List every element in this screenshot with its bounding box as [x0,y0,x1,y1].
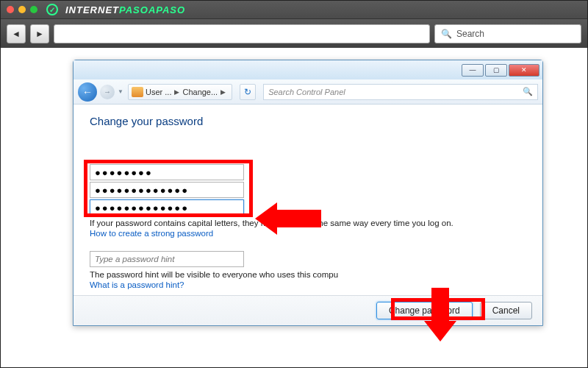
window-maximize-button[interactable]: ▢ [485,64,507,77]
caps-note-text: If your password contains capital letter… [90,219,526,227]
breadcrumb[interactable]: User ... ▶ Change... ▶ [128,84,232,100]
confirm-password-input[interactable] [90,199,244,216]
window-close-button[interactable]: ✕ [509,64,539,77]
new-password-input[interactable] [90,182,244,198]
browser-forward-button[interactable]: ► [30,24,49,43]
search-icon: 🔍 [523,87,533,96]
window-footer: Change password Cancel [74,295,542,325]
cancel-label: Cancel [492,305,520,316]
password-fields-group [90,164,266,216]
browser-back-button[interactable]: ◄ [7,24,26,43]
zoom-dot-icon[interactable] [30,6,37,13]
breadcrumb-page: Change... [182,88,218,96]
control-panel-window: — ▢ ✕ ← → ▼ User ... ▶ Change... ▶ ↻ Sea… [73,60,543,326]
page-title: Change your password [90,115,526,127]
control-panel-search-input[interactable]: Search Control Panel 🔍 [263,84,538,100]
window-toolbar: ← → ▼ User ... ▶ Change... ▶ ↻ Search Co… [74,79,542,105]
browser-nav-bar: ◄ ► 🔍 Search [1,18,587,48]
window-titlebar: — ▢ ✕ [74,60,542,79]
minimize-dot-icon[interactable] [18,6,26,13]
search-icon: 🔍 [441,29,452,39]
cp-search-placeholder: Search Control Panel [268,88,345,96]
window-content: Change your password If your password co… [74,105,542,295]
strong-password-link[interactable]: How to create a strong password [90,229,526,238]
password-hint-link[interactable]: What is a password hint? [90,280,526,289]
change-password-label: Change password [389,305,460,316]
site-logo-text: INTERNETPASOAPASO [65,4,185,15]
hint-note-text: The password hint will be visible to eve… [90,270,526,279]
current-password-input[interactable] [90,164,244,180]
chevron-right-icon: ▶ [220,88,226,96]
window-minimize-button[interactable]: — [462,64,484,77]
refresh-button[interactable]: ↻ [240,84,256,100]
chevron-right-icon: ▶ [174,88,179,96]
browser-titlebar: ✓ INTERNETPASOAPASO [1,1,587,18]
change-password-button[interactable]: Change password [376,302,473,319]
browser-search-placeholder: Search [456,29,484,39]
close-dot-icon[interactable] [7,6,14,13]
breadcrumb-user: User ... [146,88,171,96]
browser-search-input[interactable]: 🔍 Search [434,24,581,43]
cancel-button[interactable]: Cancel [480,302,532,319]
user-accounts-icon [132,87,143,97]
nav-forward-button[interactable]: → [100,85,115,99]
site-logo-icon: ✓ [46,4,58,15]
password-hint-input[interactable] [90,251,244,267]
nav-back-button[interactable]: ← [78,82,97,102]
browser-url-input[interactable] [54,24,430,43]
nav-history-dropdown[interactable]: ▼ [118,88,125,95]
